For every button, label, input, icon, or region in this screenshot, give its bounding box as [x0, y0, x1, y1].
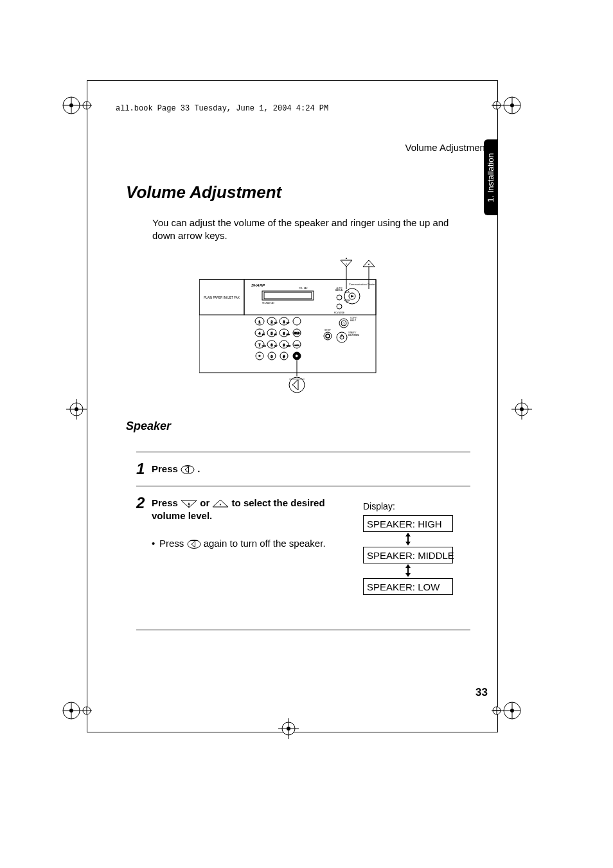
svg-text:Z: Z: [188, 504, 190, 508]
step-body: Press .: [152, 461, 470, 475]
svg-text:JKL: JKL: [274, 333, 277, 335]
svg-text:#: #: [283, 355, 285, 359]
step-number: 2: [136, 495, 152, 511]
svg-point-20: [337, 304, 342, 309]
svg-text:8: 8: [271, 343, 273, 347]
crop-mark-icon: [61, 695, 92, 726]
svg-point-118: [287, 727, 290, 731]
svg-text:DEF: DEF: [287, 322, 290, 323]
speaker-key-icon: [181, 464, 195, 474]
step-number: 1: [136, 461, 152, 477]
down-arrow-key-icon: ▼: [212, 499, 229, 508]
svg-text:Q: Q: [342, 322, 344, 325]
svg-marker-84: [185, 467, 189, 473]
svg-text:TEL/FAX  TAD: TEL/FAX TAD: [262, 302, 274, 305]
svg-text:STOP: STOP: [324, 329, 331, 332]
svg-text:MANUAL: MANUAL: [335, 289, 344, 292]
svg-marker-93: [405, 533, 411, 545]
svg-text:WXYZ: WXYZ: [287, 345, 291, 346]
up-arrow-key-icon: ▲ Z: [341, 256, 352, 267]
svg-text:GHI: GHI: [262, 333, 265, 335]
step-row: 1 Press .: [136, 452, 470, 486]
svg-text:▼: ▼: [219, 502, 222, 506]
running-head: Volume Adjustment: [405, 142, 488, 153]
display-column: Display: SPEAKER: HIGH SPEAKER: MIDDLE S…: [363, 501, 453, 595]
step-body: Press ▲ Z or ▼ to select the desired vol…: [152, 495, 344, 550]
svg-text:0: 0: [271, 355, 273, 359]
crop-mark-icon: [61, 394, 92, 425]
crop-mark-icon: [61, 90, 92, 121]
chapter-tab: 1. Installation: [484, 139, 497, 215]
page-title: Volume Adjustment: [126, 182, 281, 202]
svg-marker-80: [292, 380, 298, 390]
chapter-tab-label: 1. Installation: [486, 153, 495, 202]
svg-point-130: [520, 407, 524, 411]
svg-text:9: 9: [283, 343, 285, 347]
crop-mark-icon: [492, 695, 522, 726]
svg-text:HELP: HELP: [350, 319, 357, 322]
svg-text:HOLD: HOLD: [294, 332, 300, 335]
svg-marker-92: [191, 541, 195, 547]
section-subheading-speaker: Speaker: [126, 420, 171, 433]
svg-point-106: [75, 407, 78, 411]
svg-text:4: 4: [259, 332, 261, 335]
step-text: Press: [152, 463, 181, 474]
svg-rect-7: [199, 279, 376, 373]
display-value-middle: SPEAKER: MIDDLE: [363, 547, 453, 563]
page-frame: [87, 80, 498, 732]
up-arrow-key-icon: ▲ Z: [181, 499, 197, 508]
svg-point-17: [337, 295, 342, 300]
svg-point-71: [324, 332, 332, 340]
step-text: Press: [152, 497, 181, 508]
device-diagram: ▲ Z ▼ PLAIN PAPER INKJET FAX SHARP Commu…: [199, 254, 386, 402]
intro-paragraph: You can adjust the volume of the speaker…: [152, 217, 454, 243]
svg-text:RCV.MODE: RCV.MODE: [334, 312, 344, 314]
svg-point-126: [510, 103, 514, 107]
svg-point-82: [181, 466, 194, 474]
crop-mark-icon: [492, 90, 522, 121]
up-down-arrow-icon: [363, 533, 453, 547]
svg-text:ABC: ABC: [274, 322, 278, 323]
svg-text:7: 7: [259, 343, 261, 347]
svg-text:3: 3: [283, 320, 285, 324]
svg-text:MNO: MNO: [287, 333, 290, 335]
svg-point-72: [326, 334, 330, 338]
svg-text:SHARP: SHARP: [251, 283, 265, 287]
svg-text:▲: ▲: [345, 256, 348, 260]
svg-marker-94: [405, 564, 411, 577]
svg-point-79: [289, 377, 305, 393]
svg-text:PLAIN PAPER INKJET FAX: PLAIN PAPER INKJET FAX: [204, 296, 240, 299]
svg-marker-24: [351, 295, 354, 297]
svg-text:Z: Z: [346, 262, 348, 265]
speaker-key-icon: [187, 538, 201, 549]
svg-point-110: [69, 709, 73, 713]
svg-point-138: [510, 709, 514, 713]
svg-text:COL. FAX: COL. FAX: [299, 287, 308, 290]
up-down-arrow-icon: [363, 564, 453, 578]
display-value-low: SPEAKER: LOW: [363, 578, 453, 595]
page-number: 33: [475, 686, 488, 699]
step-subtext: Press: [159, 538, 187, 549]
svg-text:6: 6: [283, 332, 285, 335]
crop-mark-icon: [506, 394, 537, 425]
svg-text:Communication Center: Communication Center: [349, 283, 376, 286]
svg-text:5: 5: [271, 332, 273, 335]
svg-point-98: [69, 103, 73, 107]
svg-text:1: 1: [259, 320, 261, 324]
svg-rect-14: [264, 292, 312, 299]
svg-text:PQRS: PQRS: [262, 345, 266, 346]
svg-text:TUV: TUV: [274, 345, 278, 346]
svg-text:▼: ▼: [368, 263, 370, 266]
crop-mark-icon: [273, 713, 304, 744]
svg-point-35: [293, 317, 301, 325]
svg-text:MUTE: MUTE: [294, 344, 299, 346]
svg-text:*: *: [259, 355, 261, 359]
step-text: .: [197, 463, 200, 474]
step-text: or: [200, 497, 212, 508]
svg-text:B&W/MEM: B&W/MEM: [348, 334, 359, 337]
svg-point-90: [188, 540, 200, 548]
display-label: Display:: [363, 501, 453, 511]
svg-text:2: 2: [271, 320, 273, 324]
down-arrow-key-icon: ▼: [363, 260, 375, 267]
step-subtext: again to turn off the speaker.: [204, 538, 326, 549]
